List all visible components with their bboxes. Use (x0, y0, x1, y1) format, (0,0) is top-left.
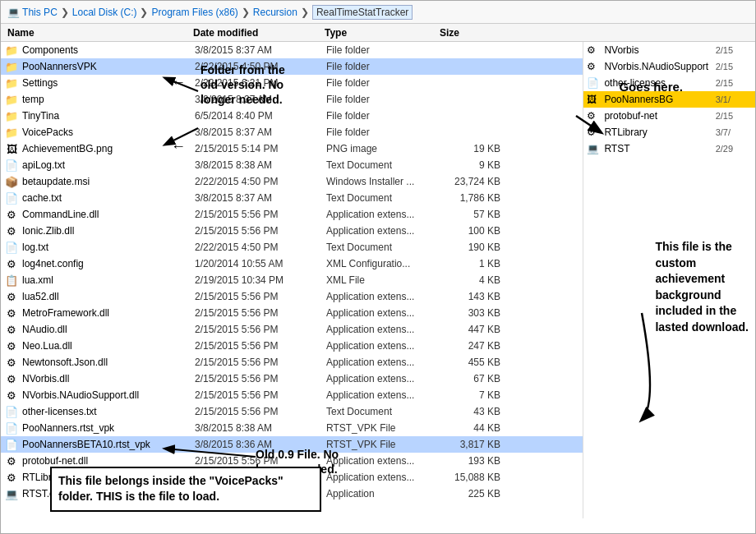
col-header-name[interactable]: Name (4, 27, 193, 39)
breadcrumb-localdisk[interactable]: Local Disk (C:) (72, 7, 137, 18)
breadcrumb-programfiles[interactable]: Program Files (x86) (151, 7, 237, 18)
right-file-name: other-licenses (604, 77, 715, 89)
file-name: Newtonsoft.Json.dll (22, 357, 195, 368)
right-panel: ⚙ NVorbis 2/15 ⚙ NVorbis.NAudioSupport 2… (583, 42, 755, 518)
file-type: File folder (326, 44, 441, 56)
file-name: PooNannersVPK (22, 61, 195, 72)
right-panel-row[interactable]: ⚙ protobuf-net 2/15 (583, 108, 755, 124)
breadcrumb-recursion[interactable]: Recursion (253, 7, 297, 18)
file-type: File folder (326, 61, 441, 72)
col-header-type[interactable]: Type (325, 27, 440, 39)
file-icon-dll: ⚙ (4, 371, 19, 386)
file-size: 100 KB (441, 225, 507, 237)
col-header-size[interactable]: Size (440, 27, 505, 39)
right-panel-row[interactable]: 💻 RTST 2/29 (583, 140, 755, 157)
file-date: 2/15/2015 5:56 PM (195, 340, 326, 352)
file-type: Application extens... (326, 357, 441, 368)
file-icon-dll: ⚙ (4, 207, 19, 222)
file-date: 3/8/2015 8:37 AM (195, 44, 326, 56)
file-name: NVorbis.dll (22, 373, 195, 384)
file-date: 2/15/2015 5:56 PM (195, 307, 326, 319)
file-name: temp (22, 94, 195, 105)
file-name: Neo.Lua.dll (22, 340, 195, 352)
file-icon-txt: 📄 (4, 404, 19, 419)
file-type: Text Document (326, 192, 441, 204)
column-headers: Name Date modified Type Size (1, 24, 755, 42)
file-date: 2/15/2015 5:56 PM (195, 373, 326, 384)
address-bar: 💻 This PC ❯ Local Disk (C:) ❯ Program Fi… (1, 1, 755, 24)
right-panel-row[interactable]: 🖼 PooNannersBG 3/1/ (583, 91, 755, 108)
file-type: RTST_VPK File (326, 439, 441, 450)
file-date: 2/15/2015 5:14 PM (195, 143, 326, 154)
file-type: Application extens... (326, 472, 441, 483)
file-icon-png: 🖼 (4, 141, 19, 156)
file-date: 2/15/2015 5:56 PM (195, 357, 326, 368)
file-date: 3/8/2015 8:38 AM (195, 422, 326, 434)
file-icon-dll: ⚙ (4, 223, 19, 238)
file-name: protobuf-net.dll (22, 455, 195, 467)
file-date: 2/22/2015 6:21 PM (195, 77, 326, 89)
file-size: 44 KB (441, 422, 507, 434)
right-file-date: 2/15 (716, 78, 755, 88)
file-icon-dll: ⚙ (4, 453, 19, 468)
file-date: 2/15/2015 5:56 PM (195, 389, 326, 401)
file-date: 2/22/2015 4:50 PM (195, 61, 326, 72)
breadcrumb-current: RealTimeStatTracker (312, 5, 413, 20)
file-name: CommandLine.dll (22, 209, 195, 220)
file-icon-folder: 📁 (4, 92, 19, 107)
file-date: 3/7/... (195, 472, 326, 483)
file-icon-folder: 📁 (4, 59, 19, 74)
right-icon: ⚙ (587, 61, 601, 72)
file-date: 3/8/2015 8:38 AM (195, 159, 326, 171)
file-icon-folder: 📁 (4, 125, 19, 140)
file-date: 2/29/... (195, 488, 326, 499)
file-date: 6/5/2014 8:40 PM (195, 110, 326, 122)
file-name: PooNannersBETA10.rtst_vpk (22, 439, 195, 450)
col-header-date[interactable]: Date modified (193, 27, 325, 39)
file-size: 193 KB (441, 455, 507, 467)
file-size: 43 KB (441, 406, 507, 417)
right-panel-row[interactable]: ⚙ NVorbis.NAudioSupport 2/15 (583, 58, 755, 75)
file-name: MetroFramework.dll (22, 307, 195, 319)
file-name: Components (22, 44, 195, 56)
right-panel-row[interactable]: ⚙ RTLibrary 3/7/ (583, 124, 755, 140)
explorer-window: 💻 This PC ❯ Local Disk (C:) ❯ Program Fi… (0, 0, 756, 534)
right-panel-row[interactable]: 📄 other-licenses 2/15 (583, 75, 755, 91)
file-type: XML File (326, 274, 441, 286)
right-icon: 🖼 (587, 94, 601, 105)
file-size: 1,786 KB (441, 192, 507, 204)
file-name: Settings (22, 77, 195, 89)
file-size: 9 KB (441, 159, 507, 171)
file-size: 67 KB (441, 373, 507, 384)
file-icon-folder: 📁 (4, 108, 19, 123)
file-type: Application extens... (326, 373, 441, 384)
right-icon: 💻 (587, 143, 601, 154)
breadcrumb-thispc[interactable]: 💻 This PC (7, 7, 58, 18)
file-icon-vpk: 📄 (4, 421, 19, 435)
right-file-date: 3/7/ (716, 127, 755, 137)
file-type: File folder (326, 127, 441, 138)
file-name: log4net.config (22, 258, 195, 269)
file-date: 2/22/2015 4:50 PM (195, 176, 326, 187)
file-icon-dll: ⚙ (4, 306, 19, 320)
file-name: apiLog.txt (22, 159, 195, 171)
right-icon: ⚙ (587, 44, 601, 56)
file-date: 2/15/2015 5:56 PM (195, 455, 326, 467)
file-name: log.txt (22, 242, 195, 253)
file-type: RTST_VPK File (326, 422, 441, 434)
file-icon-vpk: 📄 (4, 437, 19, 452)
right-file-date: 2/15 (716, 111, 755, 121)
right-panel-row[interactable]: ⚙ NVorbis 2/15 (583, 42, 755, 58)
file-size: 303 KB (441, 307, 507, 319)
file-type: Application extens... (326, 307, 441, 319)
file-size: 4 KB (441, 274, 507, 286)
file-type: Application extens... (326, 340, 441, 352)
file-date: 2/15/2015 5:56 PM (195, 209, 326, 220)
file-name: cache.txt (22, 192, 195, 204)
file-date: 2/15/2015 5:56 PM (195, 291, 326, 302)
right-file-name: RTLibrary (604, 127, 715, 138)
file-name: AchievementBG.png (22, 143, 195, 154)
file-type: Application (326, 488, 441, 499)
file-name: VoicePacks (22, 127, 195, 138)
file-date: 3/8/2015 8:37 AM (195, 127, 326, 138)
